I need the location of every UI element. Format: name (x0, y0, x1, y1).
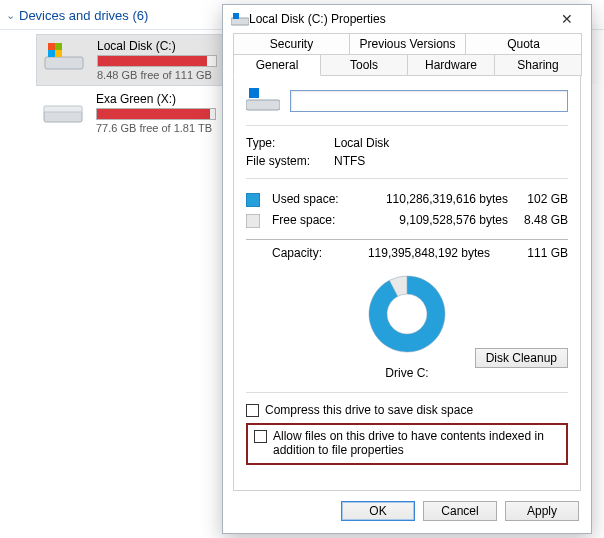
drive-usage-bar (96, 108, 216, 120)
properties-dialog: Local Disk (C:) Properties ✕ Security Pr… (222, 4, 592, 534)
divider (246, 125, 568, 126)
tab-security[interactable]: Security (233, 33, 350, 54)
capacity-label: Capacity: (246, 246, 358, 260)
capacity-row: Capacity: 119,395,848,192 bytes 111 GB (246, 239, 568, 260)
filesystem-label: File system: (246, 154, 334, 168)
tabs-row-back: Security Previous Versions Quota (223, 33, 591, 54)
free-bytes: 9,109,528,576 bytes (358, 210, 508, 231)
tab-general[interactable]: General (233, 54, 321, 76)
space-table: Used space: 110,286,319,616 bytes 102 GB… (246, 189, 568, 231)
drive-icon (42, 92, 86, 126)
free-swatch-icon (246, 214, 260, 228)
tab-general-panel: Type:Local Disk File system:NTFS Used sp… (233, 75, 581, 491)
capacity-hr: 111 GB (508, 246, 568, 260)
tab-previous-versions[interactable]: Previous Versions (349, 33, 466, 54)
free-space-row: Free space: 9,109,528,576 bytes 8.48 GB (246, 210, 568, 231)
svg-rect-8 (231, 18, 249, 25)
free-label: Free space: (272, 210, 358, 231)
compress-label: Compress this drive to save disk space (265, 403, 473, 417)
svg-rect-7 (44, 106, 82, 112)
section-title: Devices and drives (6) (19, 8, 148, 23)
filesystem-value: NTFS (334, 154, 365, 168)
svg-rect-5 (55, 50, 62, 57)
index-label: Allow files on this drive to have conten… (273, 429, 560, 457)
tab-sharing[interactable]: Sharing (494, 54, 582, 76)
dialog-title: Local Disk (C:) Properties (249, 12, 549, 26)
drive-icon (231, 12, 249, 26)
indexing-highlight: Allow files on this drive to have conten… (246, 423, 568, 465)
compress-checkbox-row[interactable]: Compress this drive to save disk space (246, 403, 568, 417)
close-icon: ✕ (561, 11, 573, 27)
close-button[interactable]: ✕ (549, 8, 585, 30)
cancel-button[interactable]: Cancel (423, 501, 497, 521)
free-hr: 8.48 GB (508, 210, 568, 231)
drive-icon (246, 86, 280, 115)
divider (246, 178, 568, 179)
ok-button[interactable]: OK (341, 501, 415, 521)
index-checkbox-row[interactable]: Allow files on this drive to have conten… (254, 429, 560, 457)
disk-cleanup-button[interactable]: Disk Cleanup (475, 348, 568, 368)
svg-rect-10 (246, 100, 280, 110)
type-value: Local Disk (334, 136, 389, 150)
checkbox-icon[interactable] (246, 404, 259, 417)
tab-quota[interactable]: Quota (465, 33, 582, 54)
capacity-bytes: 119,395,848,192 bytes (358, 246, 508, 260)
drive-icon (43, 39, 87, 73)
tab-tools[interactable]: Tools (320, 54, 408, 76)
drive-usage-bar (97, 55, 217, 67)
svg-rect-0 (45, 57, 83, 69)
used-label: Used space: (272, 189, 358, 210)
divider (246, 392, 568, 393)
tabs-row-front: General Tools Hardware Sharing (223, 54, 591, 76)
svg-rect-9 (233, 13, 239, 19)
titlebar[interactable]: Local Disk (C:) Properties ✕ (223, 5, 591, 33)
checkbox-icon[interactable] (254, 430, 267, 443)
tab-hardware[interactable]: Hardware (407, 54, 495, 76)
used-bytes: 110,286,319,616 bytes (358, 189, 508, 210)
svg-rect-11 (249, 88, 259, 98)
used-hr: 102 GB (508, 189, 568, 210)
apply-button[interactable]: Apply (505, 501, 579, 521)
chevron-down-icon: ⌄ (6, 9, 15, 22)
svg-rect-4 (48, 50, 55, 57)
svg-rect-2 (48, 43, 55, 50)
drive-label-input[interactable] (290, 90, 568, 112)
svg-rect-3 (55, 43, 62, 50)
used-space-row: Used space: 110,286,319,616 bytes 102 GB (246, 189, 568, 210)
used-swatch-icon (246, 193, 260, 207)
type-label: Type: (246, 136, 334, 150)
dialog-button-row: OK Cancel Apply (223, 491, 591, 533)
